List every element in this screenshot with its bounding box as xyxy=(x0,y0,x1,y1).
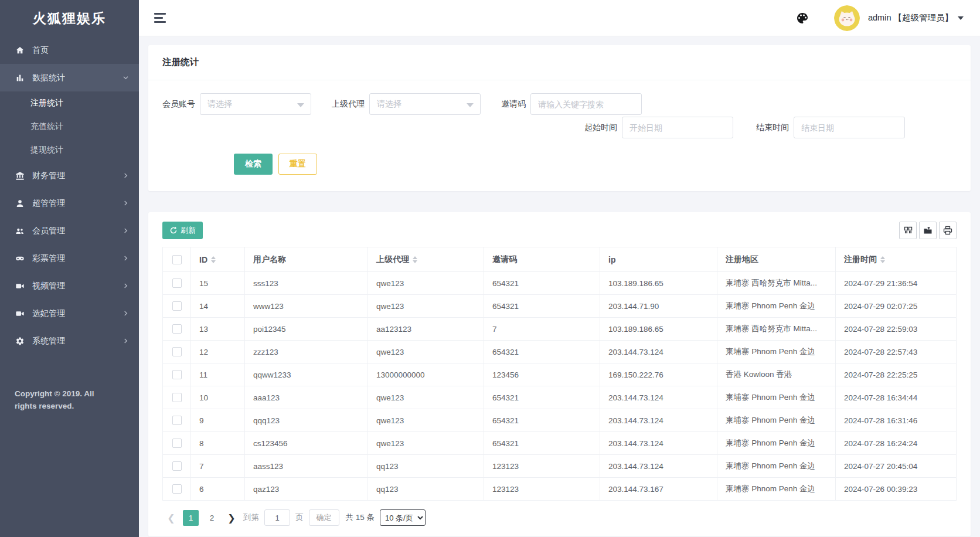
cell-invite: 654321 xyxy=(484,272,600,295)
sidebar: 火狐狸娱乐 首页数据统计注册统计充值统计提现统计财务管理超管管理会员管理彩票管理… xyxy=(0,0,139,537)
menu-icon[interactable] xyxy=(154,13,166,23)
sort-icon[interactable] xyxy=(413,256,417,263)
reset-button[interactable]: 重置 xyxy=(278,154,317,175)
cell-time: 2024-07-28 16:34:44 xyxy=(836,386,957,409)
column-header[interactable]: ID xyxy=(191,247,245,272)
prev-page-icon[interactable]: ❮ xyxy=(165,510,178,525)
confirm-button[interactable]: 确定 xyxy=(309,509,339,526)
select-all-checkbox[interactable] xyxy=(172,255,182,264)
sidebar-subitem[interactable]: 提现统计 xyxy=(0,138,139,162)
content-column: admin 【超级管理员】 注册统计 会员账号 请选择 xyxy=(139,0,980,537)
cell-invite: 7 xyxy=(484,318,600,341)
chevron-down-icon xyxy=(958,16,964,20)
video-camera-icon xyxy=(15,281,25,291)
page-number-1[interactable]: 1 xyxy=(183,510,199,526)
table-row: 9qqq123qwe123654321203.144.73.124柬埔寨 Phn… xyxy=(163,409,957,432)
member-account-group: 会员账号 请选择 xyxy=(162,93,311,115)
cell-id: 14 xyxy=(191,295,245,318)
sidebar-item-5[interactable]: 彩票管理 xyxy=(0,244,139,272)
search-button[interactable]: 检索 xyxy=(234,154,273,175)
sidebar-item-4[interactable]: 会员管理 xyxy=(0,217,139,244)
palette-icon[interactable] xyxy=(795,11,809,25)
end-date-input[interactable] xyxy=(794,117,905,138)
row-checkbox[interactable] xyxy=(172,278,182,288)
cell-ip: 169.150.222.76 xyxy=(600,363,717,386)
sidebar-subitem[interactable]: 注册统计 xyxy=(0,91,139,115)
row-checkbox[interactable] xyxy=(172,370,182,379)
column-header[interactable]: 上级代理 xyxy=(368,247,484,272)
cell-agent: qq123 xyxy=(368,478,484,501)
sidebar-item-0[interactable]: 首页 xyxy=(0,36,139,64)
start-time-group: 起始时间 xyxy=(584,117,733,138)
refresh-button[interactable]: 刷新 xyxy=(162,222,203,239)
row-checkbox[interactable] xyxy=(172,439,182,448)
main-area: 注册统计 会员账号 请选择 上级代理 xyxy=(139,36,980,537)
sort-icon[interactable] xyxy=(880,256,885,263)
cell-invite: 654321 xyxy=(484,295,600,318)
cell-agent: qwe123 xyxy=(368,386,484,409)
chevron-right-icon xyxy=(123,228,128,233)
next-page-icon[interactable]: ❯ xyxy=(225,510,238,525)
cell-time: 2024-07-28 22:59:03 xyxy=(836,318,957,341)
page-size-select[interactable]: 10 条/页 xyxy=(380,509,426,526)
row-checkbox[interactable] xyxy=(172,347,182,356)
filter-card: 注册统计 会员账号 请选择 上级代理 xyxy=(148,45,971,191)
table-card: 刷新 xyxy=(148,212,971,536)
sidebar-item-7[interactable]: 选妃管理 xyxy=(0,300,139,327)
bank-icon xyxy=(15,171,25,181)
avatar[interactable] xyxy=(834,5,860,31)
total-count: 共 15 条 xyxy=(346,512,375,523)
cell-region: 香港 Kowloon 香港 xyxy=(717,363,836,386)
parent-agent-select[interactable]: 请选择 xyxy=(369,93,481,115)
invite-code-input[interactable] xyxy=(530,93,642,115)
cell-ip: 203.144.73.124 xyxy=(600,341,717,363)
cell-ip: 203.144.73.167 xyxy=(600,478,717,501)
sort-icon[interactable] xyxy=(211,256,216,263)
table-row: 8cs123456qwe123654321203.144.73.124柬埔寨 P… xyxy=(163,432,957,455)
table-row: 14www123qwe123654321203.144.71.90柬埔寨 Phn… xyxy=(163,295,957,318)
print-icon[interactable] xyxy=(939,222,957,239)
row-checkbox[interactable] xyxy=(172,416,182,425)
chevron-down-icon xyxy=(123,75,128,80)
export-icon[interactable] xyxy=(919,222,937,239)
page-number-2[interactable]: 2 xyxy=(204,510,220,526)
username-text: admin 【超级管理员】 xyxy=(868,12,953,23)
chevron-right-icon xyxy=(123,311,128,316)
row-checkbox[interactable] xyxy=(172,301,182,311)
cell-time: 2024-07-29 02:07:25 xyxy=(836,295,957,318)
sidebar-item-2[interactable]: 财务管理 xyxy=(0,162,139,189)
cell-invite: 123123 xyxy=(484,478,600,501)
row-checkbox[interactable] xyxy=(172,324,182,334)
goto-prefix: 到第 xyxy=(243,512,259,523)
start-date-input[interactable] xyxy=(622,117,733,138)
bar-chart-icon xyxy=(15,73,25,83)
refresh-icon xyxy=(169,226,178,234)
sidebar-item-3[interactable]: 超管管理 xyxy=(0,189,139,217)
sidebar-subitem[interactable]: 充值统计 xyxy=(0,115,139,138)
row-checkbox[interactable] xyxy=(172,461,182,471)
sidebar-item-label: 视频管理 xyxy=(32,281,65,291)
sidebar-item-6[interactable]: 视频管理 xyxy=(0,272,139,300)
column-header: 邀请码 xyxy=(484,247,600,272)
cell-invite: 654321 xyxy=(484,386,600,409)
user-icon xyxy=(15,198,25,209)
cell-id: 10 xyxy=(191,386,245,409)
columns-icon[interactable] xyxy=(899,222,917,239)
row-checkbox[interactable] xyxy=(172,393,182,402)
sidebar-item-1[interactable]: 数据统计 xyxy=(0,64,139,91)
cell-region: 柬埔寨 Phnom Penh 金边 xyxy=(717,409,836,432)
register-stats-table: ID用户名称上级代理邀请码ip注册地区注册时间 15sss123qwe12365… xyxy=(162,247,957,501)
sidebar-item-label: 会员管理 xyxy=(32,226,65,236)
member-account-select[interactable]: 请选择 xyxy=(200,93,311,115)
cell-region: 柬埔寨 西哈努克市 Mitta... xyxy=(717,272,836,295)
invite-code-label: 邀请码 xyxy=(501,99,526,110)
column-header[interactable]: 注册时间 xyxy=(836,247,957,272)
cell-time: 2024-07-28 22:57:43 xyxy=(836,341,957,363)
cell-username: www123 xyxy=(245,295,368,318)
row-checkbox[interactable] xyxy=(172,484,182,494)
column-header: ip xyxy=(600,247,717,272)
sidebar-item-8[interactable]: 系统管理 xyxy=(0,327,139,355)
user-menu[interactable]: admin 【超级管理员】 xyxy=(868,12,964,23)
goto-page-input[interactable] xyxy=(264,509,290,526)
topbar-right: admin 【超级管理员】 xyxy=(795,5,964,31)
